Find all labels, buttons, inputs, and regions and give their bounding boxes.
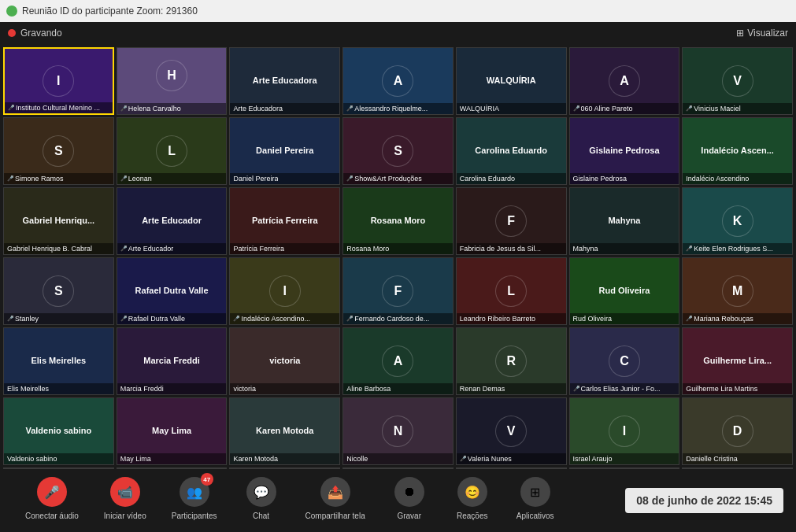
display-name: Mahyna <box>576 216 674 225</box>
name-overlay: 🎤Simone Ramos <box>4 173 113 184</box>
display-name: Rud Oliveira <box>576 286 674 295</box>
grid-icon: ⊞ <box>736 28 744 39</box>
participant-tile: FFabricia de Jesus da Sil... <box>456 187 567 255</box>
video-icon: 📹 <box>110 477 140 507</box>
name-overlay: Renan Demas <box>457 383 566 394</box>
mic-icon: 🎤 <box>346 105 353 112</box>
video-label: Iniciar vídeo <box>104 512 146 520</box>
participant-tile: Rosana MoroRosana Moro <box>342 187 454 255</box>
participant-tile: victoriavictoria <box>229 327 340 395</box>
participant-tile: I🎤Indalécio Ascendino... <box>229 257 340 325</box>
reactions-label: Reações <box>457 512 487 520</box>
mic-icon: 🎤 <box>8 105 14 111</box>
display-name: Arte Educadora <box>235 76 334 85</box>
name-overlay: 🎤Helena Carvalho <box>117 103 227 114</box>
toolbar: 🎤Conectar áudio📹Iniciar vídeo👥47Particip… <box>0 469 796 526</box>
participant-tile: MahynaMahyna <box>569 187 680 255</box>
participant-tile: Rud OliveiraRud Oliveira <box>569 257 680 325</box>
name-overlay: Patrícia Ferreira <box>230 243 339 254</box>
display-name: Daniel Pereira <box>235 146 334 155</box>
participant-tile: Carolina EduardoCarolina Eduardo <box>456 117 567 185</box>
name-overlay: 🎤060 Aline Pareto <box>570 103 679 114</box>
name-overlay: Arte Educadora <box>230 103 339 114</box>
name-overlay: 🎤Fernando Cardoso de... <box>343 313 453 324</box>
participant-tile: NNicolle <box>342 397 454 465</box>
name-overlay: 🎤Valeria Nunes <box>457 453 566 464</box>
display-name: Guilherme Lira... <box>688 356 787 365</box>
name-overlay: Leandro Ribeiro Barreto <box>457 313 566 324</box>
chat-icon: 💬 <box>246 477 276 507</box>
participant-tile: Indalécio Ascen...Indalécio Ascendino <box>682 117 793 185</box>
recording-label: Gravando <box>20 28 62 39</box>
name-overlay: Fabricia de Jesus da Sil... <box>457 243 566 254</box>
display-name: Rosana Moro <box>349 216 447 225</box>
toolbar-item-share[interactable]: 📤Compartilhar tela <box>293 470 378 525</box>
participant-tile: Arte EducadoraArte Educadora <box>229 47 340 115</box>
participant-tile: V🎤Valeria Nunes <box>456 397 567 465</box>
display-name: Indalécio Ascen... <box>688 146 787 155</box>
participant-tile: Marcia FreddiMarcia Freddi <box>117 327 228 395</box>
name-overlay: Carolina Eduardo <box>457 173 566 184</box>
display-name: Rafael Dutra Valle <box>123 286 221 295</box>
participant-tile: A🎤060 Aline Pareto <box>569 47 680 115</box>
mic-icon: 🎤 <box>7 175 13 182</box>
name-overlay: 🎤Keite Elen Rodrigues S... <box>683 243 792 254</box>
display-name: Elis Meirelles <box>9 356 108 365</box>
toolbar-item-apps[interactable]: ⊞Aplicativos <box>504 470 567 525</box>
toolbar-item-video[interactable]: 📹Iniciar vídeo <box>91 470 159 525</box>
record-label: Gravar <box>397 512 421 520</box>
name-overlay: Elis Meirelles <box>4 383 113 394</box>
name-overlay: 🎤Mariana Rebouças <box>683 313 792 324</box>
name-overlay: Nicolle <box>343 453 453 464</box>
share-icon: 📤 <box>320 477 350 507</box>
apps-icon: ⊞ <box>520 477 550 507</box>
participant-tile: Gislaine PedrosaGislaine Pedrosa <box>569 117 680 185</box>
participant-tile: I🎤Instituto Cultural Menino ... <box>3 47 114 115</box>
view-label: Visualizar <box>747 28 788 39</box>
name-overlay: Gabriel Henrique B. Cabral <box>4 243 113 254</box>
toolbar-item-audio[interactable]: 🎤Conectar áudio <box>13 470 91 525</box>
name-overlay: 🎤Show&Art Produções <box>343 173 453 184</box>
display-name: Gislaine Pedrosa <box>576 146 674 155</box>
participant-tile: May LimaMay Lima <box>117 397 228 465</box>
mic-icon: 🎤 <box>573 105 579 112</box>
share-label: Compartilhar tela <box>305 512 365 520</box>
display-name: Carolina Eduardo <box>462 146 561 155</box>
display-name: Valdenio sabino <box>9 426 108 435</box>
participant-tile: S🎤Show&Art Produções <box>342 117 454 185</box>
title-bar: Reunião ID do participante Zoom: 291360 <box>0 0 796 22</box>
mic-icon: 🎤 <box>346 175 353 182</box>
participant-tile: Valdenio sabinoValdenio sabino <box>3 397 114 465</box>
name-overlay: Sulamita Ester <box>457 467 566 468</box>
toolbar-item-participants[interactable]: 👥47Participantes <box>159 470 230 525</box>
name-overlay: Aline Barbosa <box>343 383 453 394</box>
name-overlay: 🎤Indalécio Ascendino... <box>230 313 339 324</box>
name-overlay: May Lima <box>117 453 227 464</box>
participant-tile: M🎤Mariana Rebouças <box>682 257 793 325</box>
display-name: Karen Motoda <box>235 426 334 435</box>
toolbar-item-chat[interactable]: 💬Chat <box>230 470 293 525</box>
name-overlay: Valdenio sabino <box>4 453 113 464</box>
name-overlay: Marcia Freddi <box>117 383 227 394</box>
participant-tile: V🎤Vinicius Maciel <box>682 47 793 115</box>
participant-tile: A🎤Alessandro Riquelme... <box>342 47 454 115</box>
name-overlay: Guilherme Lira Martins <box>683 383 792 394</box>
record-icon: ⏺ <box>394 477 424 507</box>
mic-icon: 🎤 <box>686 246 692 252</box>
toolbar-item-reactions[interactable]: 😊Reações <box>441 470 504 525</box>
name-overlay: Rosana Moro <box>343 243 453 254</box>
mic-icon: 🎤 <box>7 316 13 322</box>
mic-icon: 🎤 <box>573 386 579 392</box>
participant-tile: AAline Barbosa <box>342 327 454 395</box>
participant-tile: H🎤Helena Carvalho <box>117 47 228 115</box>
display-name: WALQUÍRIA <box>462 76 561 85</box>
name-overlay: Daniel Pereira <box>230 173 339 184</box>
participant-tile: S🎤Stanley <box>3 257 114 325</box>
participant-tile: K🎤Keite Elen Rodrigues S... <box>682 187 793 255</box>
recording-dot <box>8 29 16 37</box>
participant-tile: Patrícia FerreiraPatrícia Ferreira <box>229 187 340 255</box>
name-overlay: victoria <box>230 383 339 394</box>
participant-tile: S🎤Simone Ramos <box>3 117 114 185</box>
toolbar-item-record[interactable]: ⏺Gravar <box>378 470 441 525</box>
participant-tile: C🎤Carlos Elias Junior - Fo... <box>569 327 680 395</box>
